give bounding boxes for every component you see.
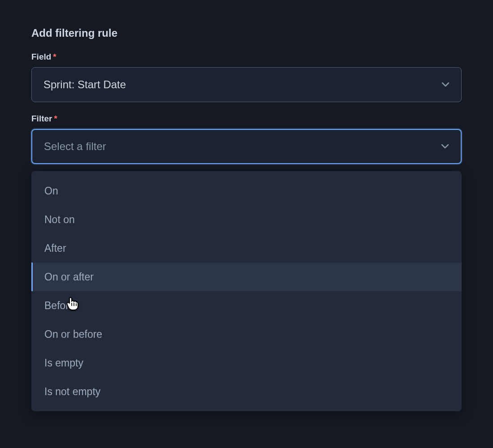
filter-option-on-or-after[interactable]: On or after <box>31 263 462 291</box>
filter-option-before[interactable]: Before <box>31 291 462 320</box>
filter-select[interactable]: Select a filter <box>31 129 462 164</box>
field-select-value: Sprint: Start Date <box>43 78 126 91</box>
filter-label: Filter* <box>31 114 462 124</box>
filter-option-not-on[interactable]: Not on <box>31 205 462 234</box>
filter-option-is-not-empty[interactable]: Is not empty <box>31 377 462 406</box>
filter-dropdown: On Not on After On or after Before On or… <box>31 171 462 411</box>
filter-select-placeholder: Select a filter <box>44 140 106 153</box>
chevron-down-icon <box>441 142 449 151</box>
filter-group: Filter* Select a filter On Not on After … <box>31 114 462 411</box>
filter-option-after[interactable]: After <box>31 234 462 263</box>
filter-label-text: Filter <box>31 114 52 123</box>
field-group: Field* Sprint: Start Date <box>31 52 462 102</box>
required-asterisk: * <box>53 52 56 61</box>
form-heading: Add filtering rule <box>31 27 462 39</box>
field-label-text: Field <box>31 52 51 61</box>
field-label: Field* <box>31 52 462 62</box>
filter-rule-form: Add filtering rule Field* Sprint: Start … <box>31 27 462 411</box>
field-select[interactable]: Sprint: Start Date <box>31 67 462 102</box>
filter-option-on-or-before[interactable]: On or before <box>31 320 462 349</box>
filter-option-on[interactable]: On <box>31 177 462 205</box>
filter-option-is-empty[interactable]: Is empty <box>31 349 462 377</box>
required-asterisk: * <box>54 114 57 123</box>
chevron-down-icon <box>441 81 450 89</box>
